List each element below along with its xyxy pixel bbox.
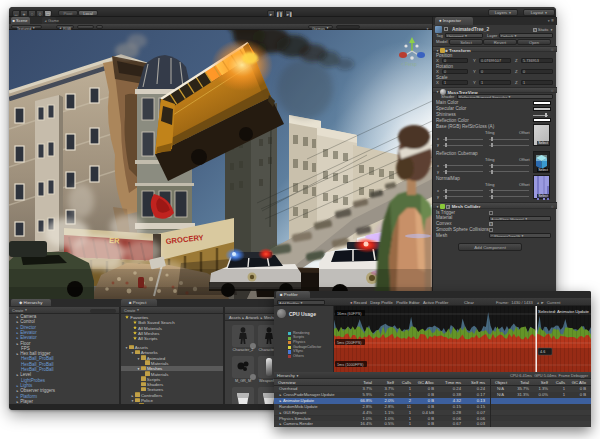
svg-text:4.6: 4.6 bbox=[540, 350, 545, 354]
svg-text:Selected: Animator.Update: Selected: Animator.Update bbox=[538, 309, 589, 314]
svg-text:16ms (60FPS): 16ms (60FPS) bbox=[337, 312, 362, 316]
svg-text:1ms (1000FPS): 1ms (1000FPS) bbox=[337, 363, 364, 367]
svg-text:< Persp: < Persp bbox=[401, 62, 417, 67]
svg-text:5ms (200FPS): 5ms (200FPS) bbox=[337, 341, 362, 345]
